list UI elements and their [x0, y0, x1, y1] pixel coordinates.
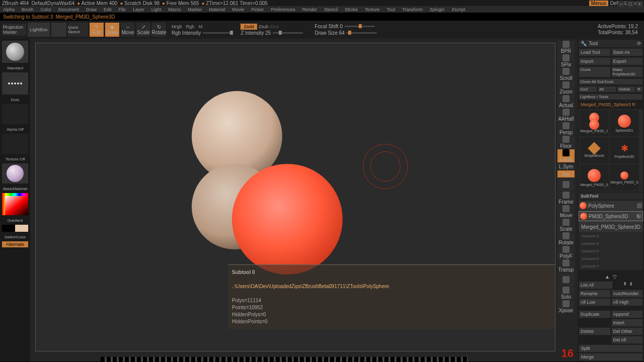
- z-intensity-slider[interactable]: Z Intensity 25: [240, 30, 303, 36]
- export-button[interactable]: Export: [611, 57, 643, 65]
- scale-mode-button[interactable]: ⤢Scale: [136, 23, 150, 37]
- menu-draw[interactable]: Draw: [86, 7, 97, 12]
- spix-button[interactable]: SPix: [557, 54, 575, 67]
- menu-tool[interactable]: Tool: [387, 7, 395, 12]
- menu-transform[interactable]: Transform: [402, 7, 423, 12]
- tool-thumb[interactable]: ✱PolyMesh3D: [610, 137, 639, 163]
- menu-document[interactable]: Document: [58, 7, 79, 12]
- clone-all-button[interactable]: Clone All SubTools: [579, 78, 643, 85]
- tool-thumb[interactable]: Merged_PM3D_S: [610, 164, 639, 191]
- lightbox-tools-button[interactable]: Lightbox › Tools: [579, 94, 643, 100]
- merge-button[interactable]: Merge: [579, 353, 643, 361]
- menu-macro[interactable]: Macro: [168, 7, 181, 12]
- draw-mode-button[interactable]: ◆Draw: [105, 23, 119, 37]
- draw-size-slider[interactable]: Draw Size 64: [314, 30, 376, 36]
- alpha-selector[interactable]: [2, 104, 28, 124]
- delete-button[interactable]: Delete: [579, 327, 611, 335]
- rotate-mode-button[interactable]: ↻Rotate: [152, 23, 166, 37]
- lightbox-button[interactable]: LightBox: [28, 23, 50, 37]
- menu-edit[interactable]: Edit: [104, 7, 112, 12]
- menu-color[interactable]: Color: [41, 7, 52, 12]
- close-icon[interactable]: ×: [636, 1, 643, 7]
- menu-preferences[interactable]: Preferences: [271, 7, 295, 12]
- subtool-header[interactable]: SubTool: [579, 193, 643, 200]
- menu-zscript[interactable]: Zscript: [452, 7, 465, 12]
- ghost-button[interactable]: [557, 273, 575, 286]
- timeline-strip[interactable]: [101, 357, 468, 362]
- frame-button[interactable]: Frame: [557, 192, 575, 205]
- move-mode-button[interactable]: ↔Move: [121, 23, 135, 37]
- goz-button[interactable]: GoZ: [579, 86, 597, 93]
- split-button[interactable]: Split: [579, 344, 643, 352]
- focal-shift-slider[interactable]: Focal Shift 0: [314, 24, 376, 29]
- center-button[interactable]: [557, 178, 575, 191]
- subtool-item[interactable]: PM3D_Sphere3D↖: [579, 211, 643, 221]
- lightbox-thumb[interactable]: [51, 23, 66, 37]
- eye-icon[interactable]: [637, 203, 642, 208]
- arrow-icon[interactable]: ⇟: [629, 281, 633, 289]
- load-tool-button[interactable]: Load Tool: [579, 48, 611, 56]
- menu-file[interactable]: File: [119, 7, 126, 12]
- scale-nav-button[interactable]: Scale: [557, 219, 575, 232]
- insert-button[interactable]: Insert: [611, 319, 643, 327]
- subtool-item[interactable]: PolySphere: [579, 201, 643, 211]
- menu-movie[interactable]: Movie: [232, 7, 244, 12]
- rgb-intensity-slider[interactable]: Rgb Intensity: [172, 30, 233, 36]
- actual-button[interactable]: Actual: [557, 95, 575, 108]
- list-all-button[interactable]: List All: [579, 281, 613, 289]
- minimize-icon[interactable]: –: [618, 1, 625, 7]
- aahalf-button[interactable]: AAHalf: [557, 109, 575, 122]
- menu-marker[interactable]: Marker: [188, 7, 202, 12]
- projection-master-button[interactable]: Projection Master: [2, 24, 26, 36]
- tool-thumb[interactable]: Sphere3D1: [610, 110, 639, 136]
- subtool-item[interactable]: Merged_PM3D_Sphere3D: [579, 222, 643, 232]
- menu-layer[interactable]: Layer: [133, 7, 144, 12]
- texture-selector[interactable]: [2, 134, 28, 154]
- refresh-icon[interactable]: ⟳: [637, 41, 641, 46]
- append-button[interactable]: Append: [611, 310, 643, 318]
- polyf-button[interactable]: PolyF: [557, 246, 575, 259]
- duplicate-button[interactable]: Duplicate: [579, 310, 611, 318]
- menu-texture[interactable]: Texture: [365, 7, 380, 12]
- floor-button[interactable]: Floor: [557, 136, 575, 149]
- menu-zplugin[interactable]: Zplugin: [430, 7, 445, 12]
- clone-button[interactable]: Clone: [579, 66, 611, 77]
- stroke-selector[interactable]: [2, 72, 28, 95]
- transp-button[interactable]: Transp: [557, 259, 575, 273]
- alternate-button[interactable]: Alternate: [2, 241, 28, 247]
- goz-all-button[interactable]: All: [598, 86, 616, 93]
- del-other-button[interactable]: Del Other: [611, 327, 643, 335]
- scroll-button[interactable]: Scroll: [557, 68, 575, 81]
- goz-r-button[interactable]: R: [636, 86, 643, 93]
- menu-material[interactable]: Material: [209, 7, 225, 12]
- local-button[interactable]: Local: [557, 149, 575, 162]
- menu-stencil[interactable]: Stencil: [324, 7, 338, 12]
- import-button[interactable]: Import: [579, 57, 611, 65]
- tool-thumb[interactable]: SimpleBrush: [580, 137, 609, 163]
- menu-light[interactable]: Light: [151, 7, 162, 12]
- document-canvas[interactable]: Subtool 0 .:\Users\OA\Dev\UploadedZips\Z…: [35, 43, 555, 351]
- move-nav-button[interactable]: Move: [557, 205, 575, 218]
- make-polymesh-button[interactable]: Make PolyMesh3D: [611, 66, 643, 77]
- tool-thumb[interactable]: Merged_PM3D_1: [580, 110, 609, 136]
- all-high-button[interactable]: All High: [611, 298, 643, 306]
- rotate-nav-button[interactable]: Rotate: [557, 232, 575, 245]
- color-swatches[interactable]: [2, 225, 28, 232]
- menu-stroke[interactable]: Stroke: [345, 7, 358, 12]
- quicksketch-button[interactable]: Quick Sketch: [68, 23, 88, 37]
- maximize-icon[interactable]: □: [627, 1, 634, 7]
- subtool-reorder[interactable]: ▲▽: [579, 273, 643, 281]
- material-selector[interactable]: [2, 163, 28, 184]
- save-as-button[interactable]: Save As: [611, 48, 643, 56]
- canvas-area[interactable]: Subtool 0 .:\Users\OA\Dev\UploadedZips\Z…: [30, 39, 578, 361]
- solo-button[interactable]: Solo: [557, 287, 575, 300]
- sphere-object-active[interactable]: [232, 164, 343, 275]
- persp-button[interactable]: Persp: [557, 122, 575, 135]
- lsym-button[interactable]: L.Sym: [557, 163, 575, 170]
- del-all-button[interactable]: Del All: [611, 336, 643, 344]
- menu-alpha[interactable]: Alpha: [3, 7, 15, 12]
- rename-button[interactable]: Rename: [579, 290, 611, 298]
- tool-thumb[interactable]: Merged_PM3D_S: [580, 164, 609, 191]
- goz-visible-button[interactable]: Visible: [617, 86, 635, 93]
- autoreorder-button[interactable]: AutoReorder: [611, 290, 643, 298]
